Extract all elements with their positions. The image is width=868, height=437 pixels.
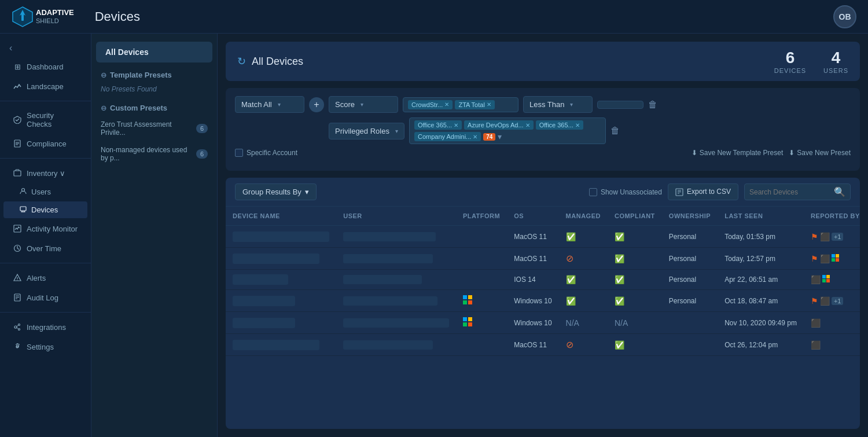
cell-reported-by: ⬛	[804, 312, 860, 334]
sidebar-item-integrations[interactable]: Integrations	[3, 318, 87, 336]
cell-managed: ⊘	[559, 248, 608, 270]
export-label: Export to CSV	[687, 188, 731, 196]
office365-icon: ⬛	[811, 340, 821, 350]
table-row[interactable]: ██████ ███████ ███████████ ████ ████MacO…	[226, 248, 860, 270]
delete-filter-1-button[interactable]: 🗑	[648, 100, 657, 110]
office365-icon: ⬛	[811, 275, 821, 284]
cell-os: MacOS 11	[507, 248, 558, 270]
show-unassociated-toggle[interactable]: Show Unassociated	[589, 188, 662, 196]
tag-office365-2[interactable]: Office 365... ✕	[536, 120, 583, 130]
search-box: 🔍	[744, 183, 851, 200]
sidebar-collapse-button[interactable]: ‹	[0, 39, 91, 57]
tag-office365-1-close[interactable]: ✕	[454, 122, 458, 128]
settings-icon	[13, 342, 22, 351]
table-row[interactable]: ██ ███████ ███████████ ████ ████ Windows…	[226, 290, 860, 312]
inventory-icon	[13, 168, 22, 178]
template-presets-header[interactable]: ⊖ Template Presets	[91, 65, 217, 83]
managed-na: N/A	[566, 318, 579, 328]
all-devices-button[interactable]: All Devices	[96, 42, 212, 63]
sidebar: ‹ ⊞ Dashboard Landscape Security Checks …	[0, 34, 91, 437]
save-preset-button[interactable]: ⬇ Save New Preset	[789, 149, 851, 157]
specific-account-checkbox-box[interactable]	[235, 149, 243, 157]
table-row[interactable]: ██████ ███████ ███████████ ████ ████MacO…	[226, 334, 860, 356]
sidebar-item-devices[interactable]: Devices	[3, 201, 87, 218]
refresh-icon[interactable]: ↻	[237, 55, 246, 68]
col-platform: PLATFORM	[456, 207, 507, 226]
search-input[interactable]	[749, 188, 830, 196]
sidebar-item-alerts[interactable]: Alerts	[3, 269, 87, 287]
save-template-label: Save New Template Preset	[700, 149, 784, 157]
table-row[interactable]: ████ ███ ████████████████ ████████ Windo…	[226, 312, 860, 334]
cell-ownership: Personal	[662, 270, 718, 290]
group-by-button[interactable]: Group Results By ▾	[235, 183, 317, 200]
alerts-icon	[13, 273, 22, 282]
table-row[interactable]: ████ ████████ ███████████████ ████████Ma…	[226, 226, 860, 248]
custom-presets-header[interactable]: ⊖ Custom Presets	[91, 98, 217, 116]
svg-rect-2	[21, 14, 24, 21]
tag-crowdstr-close[interactable]: ✕	[444, 101, 449, 108]
sidebar-item-security-checks[interactable]: Security Checks	[3, 107, 87, 133]
sidebar-item-over-time[interactable]: Over Time	[3, 239, 87, 258]
sidebar-item-compliance[interactable]: Compliance	[3, 134, 87, 153]
list-item[interactable]: Non-managed devices used by p... 6	[91, 141, 217, 167]
sidebar-item-inventory[interactable]: Inventory ∨	[3, 164, 87, 182]
filter-field-1[interactable]: Score ▾	[329, 96, 398, 113]
search-icon[interactable]: 🔍	[834, 186, 845, 197]
tag-company-admin-close[interactable]: ✕	[473, 134, 477, 140]
page-title: Devices	[95, 9, 140, 24]
add-filter-button[interactable]: +	[309, 97, 324, 112]
tag-company-admin[interactable]: Company Admini... ✕	[414, 132, 481, 141]
office365-icon: ⬛	[820, 254, 830, 263]
show-unassociated-checkbox[interactable]	[589, 188, 597, 196]
filter-value-1[interactable]	[597, 101, 643, 109]
table-row[interactable]: ████ ████████████████ ████IOS 14✅✅Person…	[226, 270, 860, 290]
svg-point-21	[14, 326, 17, 328]
export-csv-button[interactable]: Export to CSV	[668, 183, 738, 200]
cell-reported-by: ⚑⬛	[804, 248, 860, 270]
list-item[interactable]: Zero Trust Assessment Privile... 6	[91, 116, 217, 141]
tag-office365-2-close[interactable]: ✕	[575, 122, 580, 128]
sidebar-item-users[interactable]: Users	[3, 183, 87, 200]
sidebar-label-dashboard: Dashboard	[27, 63, 64, 71]
specific-account-checkbox[interactable]: Specific Account	[235, 149, 297, 157]
tag-zta-total[interactable]: ZTA Total ✕	[455, 100, 494, 109]
save-template-preset-button[interactable]: ⬇ Save New Template Preset	[692, 149, 784, 157]
expand-tags-button[interactable]: ▾	[498, 132, 502, 141]
filter-row-1: Match All ▾ + Score ▾ CrowdStr... ✕ ZTA …	[235, 96, 851, 113]
save-icon: ⬇	[789, 149, 795, 157]
svg-rect-34	[832, 254, 835, 258]
compliant-na: N/A	[615, 318, 628, 328]
tag-zta-total-close[interactable]: ✕	[487, 101, 491, 108]
filter-operator-1[interactable]: Less Than ▾	[523, 96, 593, 113]
delete-filter-2-button[interactable]: 🗑	[610, 126, 620, 136]
header-stats: 6 DEVICES 4 USERS	[774, 49, 848, 74]
avatar[interactable]: OB	[833, 5, 856, 28]
tag-office365-1[interactable]: Office 365... ✕	[414, 120, 462, 130]
sidebar-item-dashboard[interactable]: ⊞ Dashboard	[3, 57, 87, 76]
tag-azure-devops-close[interactable]: ✕	[525, 122, 530, 128]
filter-action-right: ⬇ Save New Template Preset ⬇ Save New Pr…	[692, 149, 851, 157]
compliance-icon	[13, 139, 22, 148]
tag-azure-devops[interactable]: Azure DevOps Ad... ✕	[464, 120, 534, 130]
cell-last-seen: Apr 22, 06:51 am	[718, 270, 804, 290]
sidebar-divider-1	[0, 101, 91, 101]
filter-field-2[interactable]: Privileged Roles ▾	[329, 123, 404, 139]
cell-compliant: ✅	[608, 248, 662, 270]
cell-platform	[456, 290, 507, 312]
crowdstrike-icon: ⚑	[811, 296, 818, 306]
more-icons-badge: +1	[832, 233, 844, 241]
tag-crowdstr[interactable]: CrowdStr... ✕	[408, 100, 453, 109]
col-compliant: COMPLIANT	[608, 207, 662, 226]
sidebar-item-activity-monitor[interactable]: Activity Monitor	[3, 219, 87, 238]
filter-action-left: Specific Account	[235, 149, 297, 157]
svg-rect-44	[463, 300, 467, 304]
col-last-seen: LAST SEEN	[718, 207, 804, 226]
svg-rect-45	[468, 300, 472, 304]
sidebar-divider-3	[0, 263, 91, 263]
sidebar-item-settings[interactable]: Settings	[3, 337, 87, 356]
office365-icon: ⬛	[811, 318, 821, 328]
match-all-select[interactable]: Match All ▾	[235, 96, 304, 113]
sidebar-item-audit-log[interactable]: Audit Log	[3, 288, 87, 307]
sidebar-item-landscape[interactable]: Landscape	[3, 77, 87, 96]
cell-managed: ✅	[559, 270, 608, 290]
